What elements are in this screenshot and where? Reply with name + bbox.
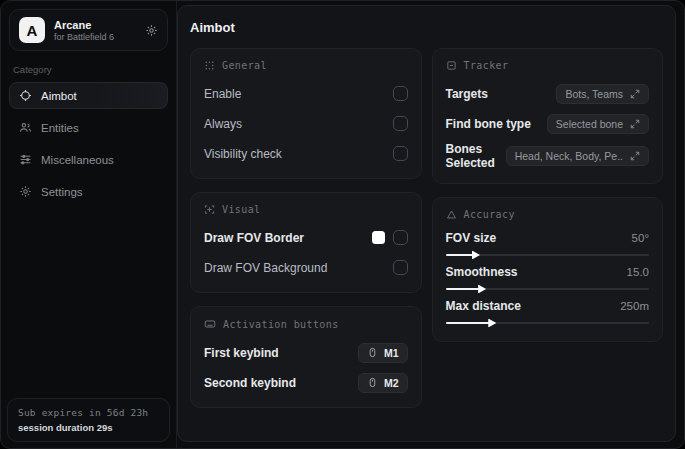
triangle-icon: [446, 209, 457, 220]
fov-size-slider-group: FOV size 50°: [446, 231, 650, 256]
accuracy-card: Accuracy FOV size 50°: [432, 197, 664, 342]
card-title: Activation buttons: [223, 319, 339, 330]
mouse-icon: [367, 377, 378, 388]
keybind-label: First keybind: [204, 346, 279, 360]
mouse-icon: [367, 347, 378, 358]
setting-row: Visibility check: [204, 142, 408, 165]
bones-selected-dropdown[interactable]: Head, Neck, Body, Pe..: [506, 146, 649, 166]
visibility-check-checkbox[interactable]: [393, 146, 408, 161]
slider-head: Max distance 250m: [446, 299, 650, 313]
dropdown-label: Find bone type: [446, 117, 531, 131]
draw-fov-border-checkbox[interactable]: [393, 230, 408, 245]
slider-fill: [446, 288, 481, 290]
sidebar-item-aimbot[interactable]: Aimbot: [9, 82, 168, 109]
expand-icon: [630, 151, 640, 161]
targets-dropdown[interactable]: Bots, Teams: [556, 84, 649, 104]
slider-value: 50°: [632, 232, 649, 244]
keyboard-icon: [204, 318, 216, 330]
sliders-icon: [19, 153, 32, 166]
activation-card: Activation buttons First keybind M1: [190, 306, 422, 408]
category-label: Category: [13, 64, 164, 75]
dropdown-row: Bones Selected Head, Neck, Body, Pe..: [446, 142, 650, 170]
slider-thumb[interactable]: [472, 251, 480, 260]
fov-size-slider[interactable]: [446, 254, 650, 256]
right-column: Tracker Targets Bots, Teams: [432, 48, 664, 342]
setting-row: Always: [204, 112, 408, 135]
enable-checkbox[interactable]: [393, 86, 408, 101]
app-window: A Arcane for Battlefield 6 Category: [0, 0, 685, 449]
app-title-block: Arcane for Battlefield 6: [54, 19, 136, 42]
sidebar-item-entities[interactable]: Entities: [9, 114, 168, 141]
second-keybind-button[interactable]: M2: [358, 373, 408, 393]
keybind-label: Second keybind: [204, 376, 296, 390]
sidebar: A Arcane for Battlefield 6 Category: [1, 1, 177, 448]
card-columns: General Enable Always Visibility check: [190, 48, 663, 408]
accuracy-card-header: Accuracy: [446, 209, 650, 220]
frame-plus-icon: [204, 204, 215, 215]
smoothness-slider[interactable]: [446, 288, 650, 290]
expand-icon: [630, 119, 640, 129]
sub-expiry-text: Sub expires in 56d 23h: [18, 407, 159, 418]
dropdown-label: Bones Selected: [446, 142, 506, 170]
slider-value: 15.0: [627, 266, 649, 278]
grid-dots-icon: [204, 60, 215, 71]
tracker-card-header: Tracker: [446, 60, 650, 71]
app-subtitle: for Battlefield 6: [54, 32, 136, 42]
visual-card: Visual Draw FOV Border Draw FOV Backgrou…: [190, 192, 422, 293]
activation-card-header: Activation buttons: [204, 318, 408, 330]
session-duration-text: session duration 29s: [18, 422, 159, 433]
slider-fill: [446, 322, 491, 324]
max-distance-slider-group: Max distance 250m: [446, 299, 650, 324]
setting-label: Enable: [204, 87, 241, 101]
slider-label: FOV size: [446, 231, 497, 245]
card-title: Tracker: [464, 60, 509, 71]
max-distance-slider[interactable]: [446, 322, 650, 324]
card-title: Visual: [222, 204, 261, 215]
setting-controls: [372, 230, 408, 245]
card-title: Accuracy: [464, 209, 515, 220]
app-name: Arcane: [54, 19, 136, 31]
main-wrap: Aimbot: [177, 1, 684, 448]
setting-label: Always: [204, 117, 242, 131]
minus-square-icon: [446, 60, 457, 71]
sidebar-item-miscellaneous[interactable]: Miscellaneous: [9, 146, 168, 173]
draw-fov-background-checkbox[interactable]: [393, 260, 408, 275]
dropdown-value: Selected bone: [556, 118, 623, 130]
dropdown-row: Find bone type Selected bone: [446, 112, 650, 135]
gear-icon: [19, 185, 32, 198]
keybind-value: M1: [384, 347, 399, 359]
slider-thumb[interactable]: [478, 285, 486, 294]
dropdown-label: Targets: [446, 87, 488, 101]
card-title: General: [222, 60, 267, 71]
setting-row: Draw FOV Border: [204, 226, 408, 249]
expand-icon: [630, 89, 640, 99]
general-card: General Enable Always Visibility check: [190, 48, 422, 179]
sidebar-item-label: Entities: [41, 122, 79, 134]
page-title: Aimbot: [190, 20, 663, 35]
fov-border-color-swatch[interactable]: [372, 231, 385, 244]
subscription-info: Sub expires in 56d 23h session duration …: [7, 398, 170, 442]
setting-row: Draw FOV Background: [204, 256, 408, 279]
general-card-header: General: [204, 60, 408, 71]
setting-label: Draw FOV Background: [204, 261, 327, 275]
sidebar-item-label: Miscellaneous: [41, 154, 114, 166]
users-icon: [19, 121, 32, 134]
gear-icon[interactable]: [145, 24, 158, 37]
main-panel: Aimbot: [177, 5, 676, 442]
smoothness-slider-group: Smoothness 15.0: [446, 265, 650, 290]
sidebar-item-label: Aimbot: [41, 90, 77, 102]
find-bone-type-dropdown[interactable]: Selected bone: [547, 114, 649, 134]
dropdown-row: Targets Bots, Teams: [446, 82, 650, 105]
visual-card-header: Visual: [204, 204, 408, 215]
always-checkbox[interactable]: [393, 116, 408, 131]
sidebar-item-label: Settings: [41, 186, 83, 198]
tracker-card: Tracker Targets Bots, Teams: [432, 48, 664, 184]
slider-thumb[interactable]: [488, 319, 496, 328]
dropdown-value: Head, Neck, Body, Pe..: [515, 150, 623, 162]
first-keybind-button[interactable]: M1: [358, 343, 408, 363]
keybind-row: Second keybind M2: [204, 371, 408, 394]
slider-head: Smoothness 15.0: [446, 265, 650, 279]
slider-head: FOV size 50°: [446, 231, 650, 245]
slider-value: 250m: [620, 300, 649, 312]
sidebar-item-settings[interactable]: Settings: [9, 178, 168, 205]
